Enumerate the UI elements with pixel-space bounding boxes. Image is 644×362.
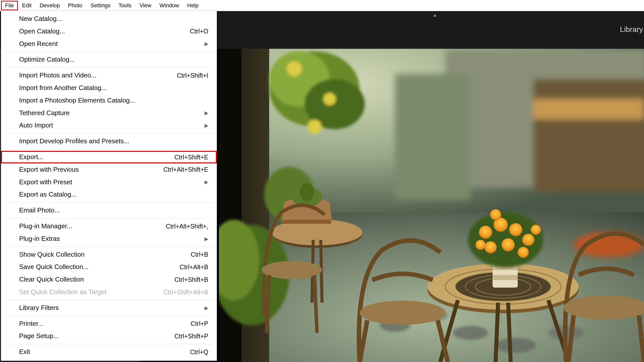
menu-item-label: Save Quick Collection... xyxy=(19,263,180,271)
menu-item-label: Plug-in Manager... xyxy=(19,222,166,231)
menu-item-import-a-photoshop-elements-catalog[interactable]: Import a Photoshop Elements Catalog... xyxy=(1,94,217,107)
menu-separator xyxy=(5,218,213,218)
menu-item-export-with-preset[interactable]: Export with Preset▶ xyxy=(1,176,217,189)
menu-item-label: Page Setup... xyxy=(19,332,174,340)
menu-item-label: Exit xyxy=(19,348,190,356)
menubar-item-develop[interactable]: Develop xyxy=(35,1,64,10)
chevron-right-icon: ▶ xyxy=(205,305,208,311)
menubar-item-view[interactable]: View xyxy=(135,1,155,10)
menu-item-import-photos-and-video[interactable]: Import Photos and Video...Ctrl+Shift+I xyxy=(1,69,217,82)
menu-item-label: Open Catalog... xyxy=(19,27,190,36)
menu-item-shortcut: Ctrl+B xyxy=(191,250,208,259)
menu-item-label: Export with Previous xyxy=(19,165,163,174)
menu-item-set-quick-collection-as-target: Set Quick Collection as TargetCtrl+Shift… xyxy=(1,286,217,298)
menu-item-label: Import Develop Profiles and Presets... xyxy=(19,137,208,146)
menu-item-library-filters[interactable]: Library Filters▶ xyxy=(1,302,217,314)
menu-item-page-setup[interactable]: Page Setup...Ctrl+Shift+P xyxy=(1,330,217,342)
svg-point-42 xyxy=(522,234,534,246)
menu-item-label: New Catalog... xyxy=(19,15,208,23)
menubar: FileEditDevelopPhotoSettingsToolsViewWin… xyxy=(0,0,644,11)
menu-item-export-as-catalog[interactable]: Export as Catalog... xyxy=(1,188,217,201)
menu-item-label: Email Photo... xyxy=(19,206,208,215)
menubar-item-file[interactable]: File xyxy=(1,1,18,10)
menu-item-email-photo[interactable]: Email Photo... xyxy=(1,204,217,217)
menu-item-shortcut: Ctrl+Shift+E xyxy=(174,153,208,161)
svg-point-27 xyxy=(300,183,314,201)
menu-item-export[interactable]: Export...Ctrl+Shift+E xyxy=(1,151,217,163)
menubar-item-help[interactable]: Help xyxy=(183,1,203,10)
menu-item-label: Show Quick Collection xyxy=(19,250,191,259)
menu-separator xyxy=(5,133,213,133)
menu-item-label: Export... xyxy=(19,153,174,161)
menu-item-shortcut: Ctrl+Shift+P xyxy=(174,332,208,340)
menu-item-shortcut: Ctrl+Shift+Alt+B xyxy=(163,288,208,296)
svg-point-48 xyxy=(490,209,501,220)
menu-item-show-quick-collection[interactable]: Show Quick CollectionCtrl+B xyxy=(1,248,217,261)
menu-item-auto-import[interactable]: Auto Import▶ xyxy=(1,119,217,132)
menu-item-plug-in-manager[interactable]: Plug-in Manager...Ctrl+Alt+Shift+, xyxy=(1,220,217,233)
menu-item-save-quick-collection[interactable]: Save Quick Collection...Ctrl+Alt+B xyxy=(1,261,217,273)
menu-item-label: Import from Another Catalog... xyxy=(19,84,208,92)
menubar-item-tools[interactable]: Tools xyxy=(114,1,135,10)
menu-item-label: Set Quick Collection as Target xyxy=(19,288,163,296)
menu-item-optimize-catalog[interactable]: Optimize Catalog... xyxy=(1,53,217,66)
svg-point-13 xyxy=(323,93,336,105)
menubar-item-window[interactable]: Window xyxy=(155,1,183,10)
menu-item-shortcut: Ctrl+Shift+I xyxy=(177,71,208,80)
menu-item-label: Clear Quick Collection xyxy=(19,275,174,284)
menu-item-printer[interactable]: Printer...Ctrl+P xyxy=(1,318,217,330)
menu-item-label: Import Photos and Video... xyxy=(19,71,177,80)
menu-item-label: Export with Preset xyxy=(19,178,202,187)
menu-item-label: Open Recent xyxy=(19,40,202,48)
chevron-right-icon: ▶ xyxy=(205,236,208,242)
svg-point-46 xyxy=(475,240,486,250)
menubar-item-settings[interactable]: Settings xyxy=(87,1,115,10)
svg-point-43 xyxy=(485,241,497,253)
menu-item-open-catalog[interactable]: Open Catalog...Ctrl+O xyxy=(1,25,217,38)
menu-item-label: Optimize Catalog... xyxy=(19,55,208,64)
menu-item-plug-in-extras[interactable]: Plug-in Extras▶ xyxy=(1,233,217,245)
menubar-item-edit[interactable]: Edit xyxy=(18,1,35,10)
menu-item-clear-quick-collection[interactable]: Clear Quick CollectionCtrl+Shift+B xyxy=(1,273,217,286)
menu-item-shortcut: Ctrl+Shift+B xyxy=(174,276,208,284)
svg-point-20 xyxy=(453,326,488,340)
chevron-right-icon: ▶ xyxy=(205,179,208,185)
menubar-item-photo[interactable]: Photo xyxy=(64,1,87,10)
svg-rect-25 xyxy=(283,220,331,224)
svg-point-12 xyxy=(287,61,302,76)
menu-separator xyxy=(5,202,213,203)
svg-rect-5 xyxy=(395,74,470,200)
menu-item-shortcut: Ctrl+Alt+Shift+E xyxy=(163,165,208,174)
svg-point-50 xyxy=(360,301,445,325)
chevron-right-icon: ▶ xyxy=(205,40,208,47)
svg-point-39 xyxy=(479,226,492,239)
menu-item-label: Library Filters xyxy=(19,304,202,312)
module-tab-library[interactable]: Library xyxy=(620,25,643,34)
svg-point-47 xyxy=(531,225,541,235)
menu-item-label: Auto Import xyxy=(19,121,202,130)
menu-item-shortcut: Ctrl+Q xyxy=(190,348,208,356)
svg-point-21 xyxy=(496,338,536,353)
menu-item-shortcut: Ctrl+Alt+B xyxy=(180,263,208,271)
svg-rect-37 xyxy=(493,275,518,280)
chevron-right-icon: ▶ xyxy=(205,122,208,129)
menu-item-import-develop-profiles-and-presets[interactable]: Import Develop Profiles and Presets... xyxy=(1,135,217,148)
menu-item-new-catalog[interactable]: New Catalog... xyxy=(1,13,217,25)
menu-item-exit[interactable]: ExitCtrl+Q xyxy=(1,346,217,358)
menu-item-label: Printer... xyxy=(19,320,191,328)
chevron-right-icon: ▶ xyxy=(205,110,208,116)
menu-item-shortcut: Ctrl+O xyxy=(190,27,208,35)
menu-separator xyxy=(5,300,213,300)
file-menu-dropdown: New Catalog...Open Catalog...Ctrl+OOpen … xyxy=(1,11,217,361)
menu-item-export-with-previous[interactable]: Export with PreviousCtrl+Alt+Shift+E xyxy=(1,163,217,176)
menu-item-open-recent[interactable]: Open Recent▶ xyxy=(1,38,217,50)
menu-item-label: Import a Photoshop Elements Catalog... xyxy=(19,96,208,105)
svg-point-44 xyxy=(502,238,515,251)
photo-preview[interactable] xyxy=(219,49,644,362)
collapse-arrow-icon[interactable]: ▲ xyxy=(433,13,437,18)
menu-item-import-from-another-catalog[interactable]: Import from Another Catalog... xyxy=(1,82,217,94)
menu-separator xyxy=(5,149,213,149)
svg-point-45 xyxy=(518,247,529,258)
menu-separator xyxy=(5,247,213,247)
menu-item-tethered-capture[interactable]: Tethered Capture▶ xyxy=(1,107,217,119)
